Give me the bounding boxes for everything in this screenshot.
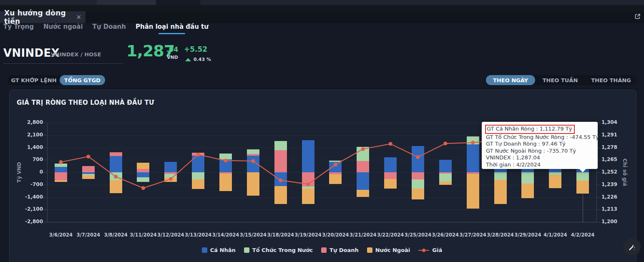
bar-segment-tu-doanh[interactable] — [137, 169, 149, 172]
bar-segment-ca-nhan[interactable] — [137, 172, 149, 177]
bar-segment-to-chuc-trong-nuoc[interactable] — [247, 149, 259, 154]
bar-segment-nuoc-ngoai[interactable] — [439, 181, 452, 185]
toggle-theo-tuan[interactable]: THEO TUẦN — [535, 75, 585, 85]
bar-segment-to-chuc-trong-nuoc[interactable] — [274, 141, 287, 150]
x-axis-tick: 3/27/2024 — [458, 232, 488, 238]
bar-segment-to-chuc-trong-nuoc[interactable] — [55, 164, 67, 167]
bar-segment-to-chuc-trong-nuoc[interactable] — [219, 154, 232, 159]
bar-segment-ca-nhan[interactable] — [329, 162, 342, 172]
y-axis-tick-left: 2,100 — [19, 132, 43, 138]
tooltip-row: GT Tổ Chức Trong Nước Ròng : -474.55 Tỷ — [486, 134, 594, 141]
bar-segment-tu-doanh[interactable] — [384, 172, 397, 179]
bar-segment-to-chuc-trong-nuoc[interactable] — [494, 172, 507, 180]
bar-segment-nuoc-ngoai[interactable] — [467, 174, 479, 209]
bar-segment-tu-doanh[interactable] — [274, 150, 287, 172]
bar-segment-ca-nhan[interactable] — [55, 167, 67, 172]
bar-segment-to-chuc-trong-nuoc[interactable] — [521, 172, 534, 184]
y-axis-tick-left: -2,100 — [19, 206, 43, 212]
x-axis-tick: 3/8/2024 — [101, 232, 131, 238]
bar-segment-nuoc-ngoai[interactable] — [412, 189, 424, 199]
toggle-theo-ngay[interactable]: THEO NGÀY — [486, 75, 535, 85]
bar-segment-to-chuc-trong-nuoc[interactable] — [467, 136, 479, 144]
bar-segment-nuoc-ngoai[interactable] — [576, 181, 589, 194]
legend-swatch — [367, 247, 372, 253]
bar-segment-to-chuc-trong-nuoc[interactable] — [137, 177, 149, 182]
bar-segment-nuoc-ngoai[interactable] — [82, 175, 95, 179]
y-axis-tick-right: 1,226 — [601, 194, 626, 200]
bar-segment-ca-nhan[interactable] — [302, 140, 314, 172]
y-axis-tick-right: 1,278 — [601, 144, 626, 150]
browser-chrome-strip — [0, 0, 644, 5]
subnav-item-ty-trong[interactable]: Tỷ Trọng — [3, 23, 34, 34]
bar-segment-tu-doanh[interactable] — [55, 172, 67, 180]
bar-segment-to-chuc-trong-nuoc[interactable] — [164, 174, 177, 178]
y-axis-tick-left: 1,400 — [19, 144, 43, 150]
y-axis-tick-left: 0 — [19, 169, 43, 175]
bar-segment-nuoc-ngoai[interactable] — [549, 175, 561, 188]
bar-segment-tu-doanh[interactable] — [192, 153, 204, 156]
bar-segment-nuoc-ngoai[interactable] — [302, 189, 314, 204]
bar-segment-tu-doanh[interactable] — [247, 154, 259, 156]
subnav-item-label: Tỷ Trọng — [3, 23, 34, 30]
bar-segment-to-chuc-trong-nuoc[interactable] — [439, 174, 452, 181]
bar-segment-ca-nhan[interactable] — [110, 156, 122, 172]
legend-item-nuoc-ngoai[interactable]: Nước Ngoài — [367, 247, 410, 253]
subnav-item-nuoc-ngoai[interactable]: Nước ngoài — [43, 23, 83, 34]
bar-segment-tu-doanh[interactable] — [110, 152, 122, 156]
bar-segment-nuoc-ngoai[interactable] — [192, 179, 204, 189]
bar-segment-nuoc-ngoai[interactable] — [164, 178, 177, 182]
magic-wand-button[interactable] — [623, 239, 641, 255]
tab-money-flow[interactable]: Xu hướng dòng tiền × — [0, 11, 86, 23]
subnav-item-phan-loai-nha-dau-tu[interactable]: Phân loại nhà đầu tư — [136, 23, 209, 34]
bar-segment-to-chuc-trong-nuoc[interactable] — [329, 161, 342, 162]
bar-segment-to-chuc-trong-nuoc[interactable] — [412, 179, 424, 189]
gridline — [47, 197, 596, 198]
bar-segment-tu-doanh[interactable] — [357, 161, 369, 172]
bar-segment-nuoc-ngoai[interactable] — [55, 180, 67, 182]
bar-segment-ca-nhan[interactable] — [164, 162, 177, 172]
bar-segment-nuoc-ngoai[interactable] — [384, 179, 397, 189]
close-icon[interactable]: × — [76, 13, 81, 21]
legend-item-ca-nhan[interactable]: Cá Nhân — [202, 247, 236, 253]
bar-segment-ca-nhan[interactable] — [467, 144, 479, 172]
bar-segment-nuoc-ngoai[interactable] — [521, 184, 534, 198]
legend-item-tu-doanh[interactable]: Tự Doanh — [321, 247, 359, 253]
gridline — [47, 185, 596, 185]
bar-segment-to-chuc-trong-nuoc[interactable] — [110, 172, 122, 180]
bar-segment-nuoc-ngoai[interactable] — [247, 172, 259, 196]
bar-segment-ca-nhan[interactable] — [412, 146, 424, 172]
chart-legend: Cá NhânTổ Chức Trong NướcTự DoanhNước Ng… — [0, 247, 644, 253]
axis-tick-mark — [597, 197, 600, 198]
y-axis-label-right: Chỉ số giá — [622, 159, 628, 186]
toggle-theo-thang[interactable]: THEO THÁNG — [585, 75, 637, 85]
bar-segment-nuoc-ngoai[interactable] — [274, 186, 287, 204]
legend-item-gia[interactable]: Giá — [418, 247, 442, 253]
subnav-item-tu-doanh[interactable]: Tự Doanh — [93, 23, 126, 34]
bar-segment-to-chuc-trong-nuoc[interactable] — [576, 172, 589, 181]
bar-segment-ca-nhan[interactable] — [357, 172, 369, 190]
bar-segment-nuoc-ngoai[interactable] — [219, 174, 232, 191]
bar-segment-ca-nhan[interactable] — [384, 157, 397, 172]
axis-tick-mark — [43, 185, 47, 185]
bar-segment-nuoc-ngoai[interactable] — [494, 180, 507, 204]
bar-segment-nuoc-ngoai[interactable] — [357, 190, 369, 197]
bar-segment-nuoc-ngoai[interactable] — [110, 180, 122, 193]
legend-item-to-chuc-trong-nuoc[interactable]: Tổ Chức Trong Nước — [244, 247, 313, 253]
bar-segment-ca-nhan[interactable] — [219, 159, 232, 172]
up-arrow-icon — [185, 58, 191, 61]
toggle-tong-gtgd[interactable]: TỔNG GTGD — [60, 75, 105, 85]
toggle-gt-khop-lenh[interactable]: GT KHỚP LỆNH — [8, 75, 60, 85]
bar-segment-nuoc-ngoai[interactable] — [137, 163, 149, 169]
bar-segment-ca-nhan[interactable] — [274, 172, 287, 186]
bar-segment-tu-doanh[interactable] — [412, 172, 424, 179]
open-in-new-icon[interactable] — [633, 12, 641, 20]
instrument-exchange: VNINDEX / HOSE — [51, 51, 101, 58]
bar-segment-to-chuc-trong-nuoc[interactable] — [357, 147, 369, 161]
bar-segment-tu-doanh[interactable] — [302, 172, 314, 186]
bar-segment-nuoc-ngoai[interactable] — [329, 174, 342, 184]
bar-segment-tu-doanh[interactable] — [82, 166, 95, 172]
bar-segment-to-chuc-trong-nuoc[interactable] — [192, 172, 204, 179]
bar-segment-ca-nhan[interactable] — [439, 160, 452, 172]
bar-segment-ca-nhan[interactable] — [192, 156, 204, 172]
bar-segment-ca-nhan[interactable] — [247, 156, 259, 172]
